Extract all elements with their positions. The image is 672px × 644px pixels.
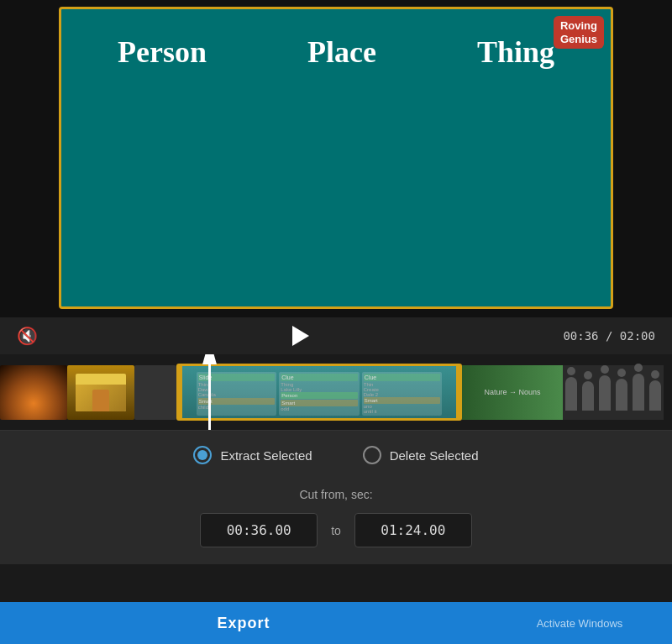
- delete-radio[interactable]: [363, 446, 381, 464]
- video-content: Person Place Thing: [61, 9, 611, 306]
- selection-handle-right[interactable]: [456, 366, 462, 418]
- video-frame: Person Place Thing Roving Genius: [59, 7, 613, 309]
- fig-2: [582, 381, 594, 411]
- thumb-silhouette[interactable]: [563, 365, 664, 420]
- extract-radio[interactable]: [193, 446, 212, 464]
- selected-segment[interactable]: Slide Thing Dawg Canada Smart child Clue…: [176, 364, 462, 421]
- timeline-track: Slide Thing Dawg Canada Smart child Clue…: [0, 363, 672, 421]
- fig-4: [616, 379, 627, 411]
- bottom-bar: Export Activate Windows: [0, 602, 672, 644]
- extract-option[interactable]: Extract Selected: [193, 446, 312, 464]
- export-bar[interactable]: Export: [0, 602, 487, 644]
- cut-inputs: to: [200, 513, 472, 547]
- options-area: Extract Selected Delete Selected: [0, 430, 672, 478]
- silhouette-figures: [562, 370, 664, 414]
- play-button[interactable]: [292, 326, 309, 346]
- controls-bar: 🔇 00:36 / 02:00: [0, 317, 672, 354]
- thumb-nature[interactable]: Nature → Nouns: [462, 365, 563, 420]
- export-label: Export: [217, 615, 270, 632]
- word-person: Person: [118, 34, 207, 70]
- cut-section: Cut from, sec: to: [0, 478, 672, 564]
- thumb-right-dark: [664, 365, 672, 420]
- fig-3: [599, 375, 611, 411]
- cut-from-input[interactable]: [200, 513, 318, 547]
- total-time: 02:00: [620, 329, 655, 343]
- fig-5: [633, 374, 644, 411]
- timeline-area: Slide Thing Dawg Canada Smart child Clue…: [0, 354, 672, 430]
- nature-text: Nature → Nouns: [484, 388, 540, 396]
- extract-label: Extract Selected: [220, 448, 312, 463]
- activate-windows-label: Activate Windows: [537, 617, 623, 630]
- cut-to-input[interactable]: [354, 513, 472, 547]
- fig-1: [565, 377, 577, 411]
- word-thing: Thing: [477, 34, 554, 70]
- video-container: Person Place Thing Roving Genius: [0, 0, 672, 317]
- current-time: 00:36: [563, 329, 598, 343]
- thumb-classroom[interactable]: [67, 365, 134, 420]
- play-triangle-icon: [292, 326, 309, 346]
- fig-6: [649, 380, 661, 411]
- cut-label: Cut from, sec:: [299, 488, 372, 501]
- thumb-pre-selected[interactable]: [134, 365, 176, 420]
- time-separator: /: [606, 329, 620, 343]
- delete-option[interactable]: Delete Selected: [363, 446, 479, 464]
- volume-icon[interactable]: 🔇: [17, 326, 38, 346]
- delete-label: Delete Selected: [390, 448, 479, 463]
- to-label: to: [331, 524, 341, 537]
- app-container: Person Place Thing Roving Genius 🔇 00:36…: [0, 0, 672, 644]
- playhead: [208, 354, 211, 430]
- playhead-top: [202, 354, 217, 364]
- logo-badge: Roving Genius: [554, 16, 604, 49]
- video-words: Person Place Thing: [118, 34, 554, 70]
- word-place: Place: [307, 34, 376, 70]
- selection-handle-left[interactable]: [176, 366, 182, 418]
- activate-windows-area: Activate Windows: [487, 602, 672, 644]
- time-display: 00:36 / 02:00: [563, 329, 655, 343]
- thumb-orange[interactable]: [0, 365, 67, 420]
- selected-inner: Slide Thing Dawg Canada Smart child Clue…: [179, 366, 459, 418]
